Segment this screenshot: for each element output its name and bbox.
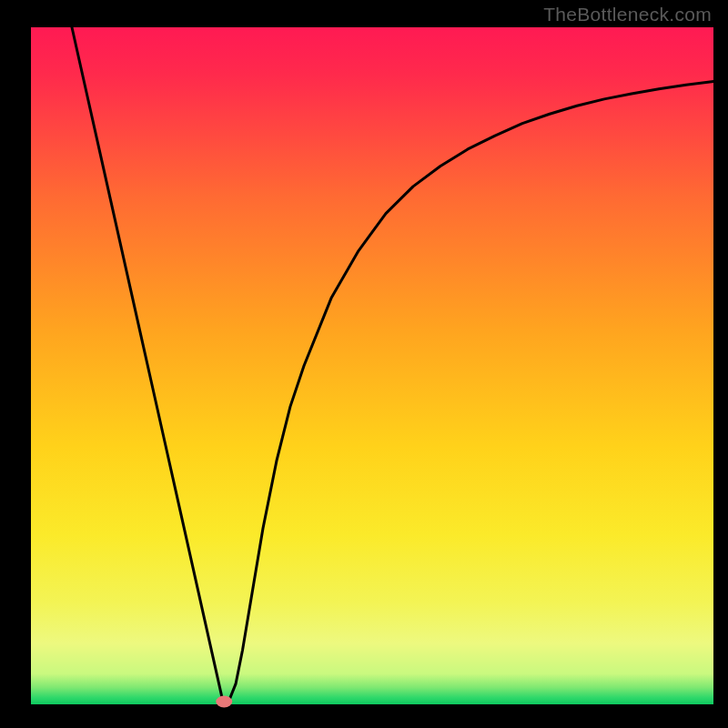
watermark-text: TheBottleneck.com — [543, 4, 712, 25]
marker-dot — [216, 696, 232, 708]
chart-container: TheBottleneck.com — [0, 0, 728, 728]
chart-svg — [0, 0, 728, 728]
plot-background — [31, 27, 713, 704]
